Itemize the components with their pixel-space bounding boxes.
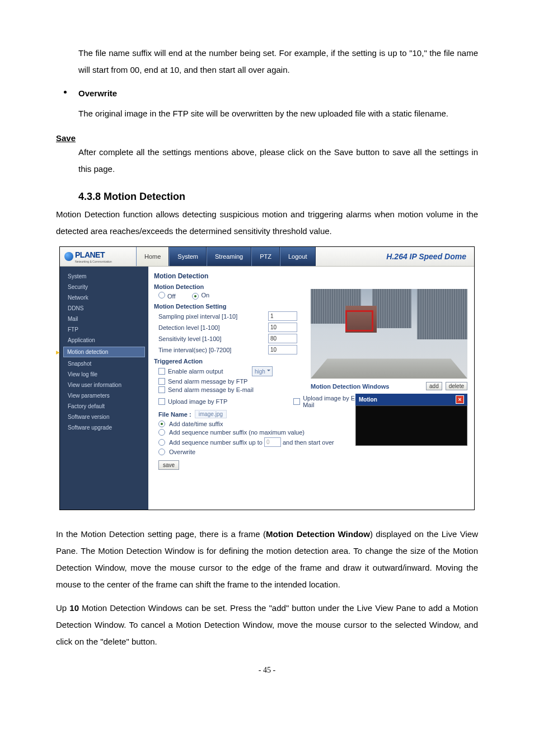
nav-streaming[interactable]: Streaming (207, 247, 251, 266)
embedded-screenshot: PLANET Networking & Communication Home S… (59, 246, 475, 510)
right-pane: Motion Detection Windows add delete Moti… (311, 289, 467, 446)
checkbox-ftp-msg[interactable] (158, 378, 165, 385)
save-button[interactable]: save (158, 460, 179, 470)
paragraph: The original image in the FTP site will … (56, 105, 478, 122)
sidebar: System Security Network DDNS Mail FTP Ap… (60, 267, 148, 510)
bullet-dot (64, 91, 67, 94)
brand-title: H.264 IP Speed Dome (316, 252, 474, 261)
sidebar-item-label: Motion detection (67, 349, 108, 355)
sidebar-item-application[interactable]: Application (60, 335, 148, 346)
page-number: - 45 - (56, 666, 478, 675)
sidebar-item-ddns[interactable]: DDNS (60, 303, 148, 314)
paragraph: Up 10 Motion Detection Windows can be se… (56, 600, 478, 650)
add-button[interactable]: add (426, 382, 442, 390)
label-add-seq-upto-a: Add sequence number suffix up to (169, 439, 263, 446)
section-number: 4.3.8 Motion Detection (78, 191, 478, 203)
brand-logo: PLANET Networking & Communication (60, 250, 136, 263)
label-email-msg: Send alarm message by E-mail (168, 386, 254, 393)
heading-save: Save (56, 133, 478, 143)
label-time-interval: Time interval(sec) [0-7200] (158, 347, 268, 353)
active-marker-icon: ▶ (56, 349, 60, 355)
radio-add-datetime[interactable] (158, 421, 165, 427)
nav-system[interactable]: System (169, 247, 207, 266)
sidebar-item-network[interactable]: Network (60, 292, 148, 303)
label-upload-ftp: Upload image by FTP (168, 398, 293, 405)
radio-label: Off (167, 293, 175, 300)
motion-panel-header: Motion × (355, 394, 467, 405)
motion-panel-body (355, 405, 467, 446)
checkbox-email-msg[interactable] (158, 386, 165, 393)
label-enable-alarm: Enable alarm output (168, 368, 252, 375)
checkbox-upload-ftp[interactable] (158, 398, 165, 405)
label-overwrite: Overwrite (169, 449, 195, 455)
delete-button[interactable]: delete (446, 382, 467, 390)
sidebar-item-mail[interactable]: Mail (60, 314, 148, 324)
nav-ptz[interactable]: PTZ (251, 247, 280, 266)
text-bold: 10 (69, 603, 79, 613)
label-add-seq-nomax: Add sequence number suffix (no maximum v… (169, 429, 305, 436)
paragraph: The file name suffix will end at the num… (56, 45, 478, 78)
radio-add-seq-upto[interactable] (158, 439, 165, 446)
motion-detection-box[interactable] (345, 310, 373, 332)
sidebar-item-view-log[interactable]: View log file (60, 369, 148, 380)
text-bold: Motion Detection Window (266, 529, 370, 539)
sidebar-item-factory-default[interactable]: Factory default (60, 401, 148, 412)
content-title: Motion Detection (154, 272, 367, 280)
md-windows-label: Motion Detection Windows (311, 383, 389, 390)
label-ftp-msg: Send alarm message by FTP (168, 378, 247, 385)
input-sensitivity[interactable] (268, 334, 297, 343)
nav-home[interactable]: Home (136, 247, 169, 266)
radio-overwrite[interactable] (158, 449, 165, 455)
logo-text: PLANET (75, 250, 112, 259)
input-detection-level[interactable] (268, 323, 297, 332)
label-sensitivity: Sensitivity level [1-100] (158, 335, 268, 342)
filename-value[interactable]: image.jpg (195, 410, 227, 418)
label-detection-level: Detection level [1-100] (158, 324, 268, 331)
text: Up (56, 603, 69, 613)
label-sampling: Sampling pixel interval [1-10] (158, 313, 268, 320)
text: Motion Detection Windows can be set. Pre… (56, 603, 478, 646)
input-sampling[interactable] (268, 311, 297, 321)
close-icon[interactable]: × (456, 395, 464, 404)
label-add-datetime: Add date/time suffix (169, 421, 223, 427)
select-alarm-level[interactable]: high (252, 366, 273, 376)
sidebar-item-view-user-info[interactable]: View user information (60, 380, 148, 390)
radio-add-seq-nomax[interactable] (158, 429, 165, 436)
motion-panel-title: Motion (359, 396, 377, 403)
input-seq-upto[interactable] (264, 437, 281, 447)
live-view[interactable] (311, 289, 467, 379)
sidebar-item-system[interactable]: System (60, 271, 148, 282)
globe-icon (64, 252, 73, 261)
checkbox-upload-email[interactable] (293, 398, 300, 405)
sidebar-item-software-upgrade[interactable]: Software upgrade (60, 422, 148, 433)
radio-off[interactable]: Off (158, 292, 175, 300)
bullet-label: Overwrite (78, 88, 117, 98)
sidebar-item-snapshot[interactable]: Snapshot (60, 358, 148, 369)
nav-logout[interactable]: Logout (280, 247, 316, 266)
paragraph: Motion Detection function allows detecti… (56, 206, 478, 240)
bullet-overwrite: Overwrite (56, 85, 478, 102)
sidebar-item-motion-detection[interactable]: ▶Motion detection (63, 347, 145, 357)
paragraph: After complete all the settings mentions… (56, 144, 478, 178)
sidebar-item-software-version[interactable]: Software version (60, 412, 148, 422)
content-pane: Motion Detection Motion Detection Off On… (148, 267, 474, 510)
text: In the Motion Detection setting page, th… (56, 529, 266, 539)
sidebar-item-view-parameters[interactable]: View parameters (60, 390, 148, 401)
logo-subtext: Networking & Communication (75, 260, 112, 263)
filename-label: File Name : (158, 411, 191, 418)
input-time-interval[interactable] (268, 345, 297, 354)
radio-on[interactable]: On (192, 292, 209, 300)
checkbox-enable-alarm[interactable] (158, 368, 165, 375)
paragraph: In the Motion Detection setting page, th… (56, 526, 478, 593)
sidebar-item-ftp[interactable]: FTP (60, 324, 148, 335)
radio-label: On (201, 292, 209, 298)
top-nav: PLANET Networking & Communication Home S… (60, 247, 474, 267)
sidebar-item-security[interactable]: Security (60, 282, 148, 292)
